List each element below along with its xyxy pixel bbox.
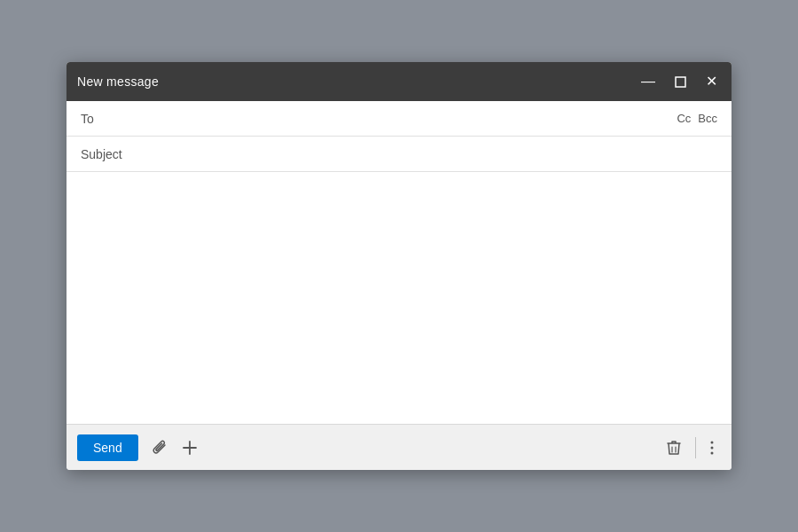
- cc-bcc-container: Cc Bcc: [677, 112, 717, 125]
- subject-field-row: Subject: [66, 137, 732, 172]
- close-button[interactable]: ✕: [702, 73, 721, 90]
- body-area[interactable]: [66, 172, 732, 424]
- window-title: New message: [77, 74, 159, 89]
- toolbar-divider: [695, 437, 696, 458]
- ellipsis-icon: [710, 440, 714, 456]
- maximize-icon: [675, 76, 686, 88]
- subject-input[interactable]: [134, 147, 717, 161]
- minimize-button[interactable]: —: [638, 73, 659, 90]
- subject-label: Subject: [81, 147, 134, 161]
- toolbar-left-icons: [145, 434, 204, 462]
- send-button[interactable]: Send: [77, 434, 138, 461]
- to-field-row: To Cc Bcc: [66, 101, 732, 137]
- toolbar-right: [660, 434, 721, 461]
- to-label: To: [81, 112, 134, 126]
- plus-icon: [183, 441, 197, 455]
- compose-window: New message — ✕ To Cc Bcc Subject Se: [66, 62, 732, 470]
- svg-point-5: [711, 441, 714, 443]
- titlebar: New message — ✕: [66, 62, 732, 101]
- svg-rect-0: [676, 77, 685, 87]
- toolbar: Send: [66, 424, 732, 470]
- more-options-button[interactable]: [176, 435, 204, 460]
- window-controls: — ✕: [638, 73, 721, 90]
- bcc-button[interactable]: Bcc: [698, 112, 717, 125]
- more-menu-button[interactable]: [703, 434, 721, 461]
- cc-button[interactable]: Cc: [677, 112, 691, 125]
- body-input[interactable]: [81, 183, 717, 413]
- attach-button[interactable]: [145, 434, 174, 462]
- svg-point-6: [711, 446, 714, 449]
- svg-point-7: [711, 451, 714, 454]
- trash-icon: [667, 440, 681, 456]
- to-input[interactable]: [134, 112, 677, 126]
- paperclip-icon: [153, 439, 167, 457]
- maximize-button[interactable]: [671, 74, 690, 90]
- delete-button[interactable]: [660, 434, 688, 461]
